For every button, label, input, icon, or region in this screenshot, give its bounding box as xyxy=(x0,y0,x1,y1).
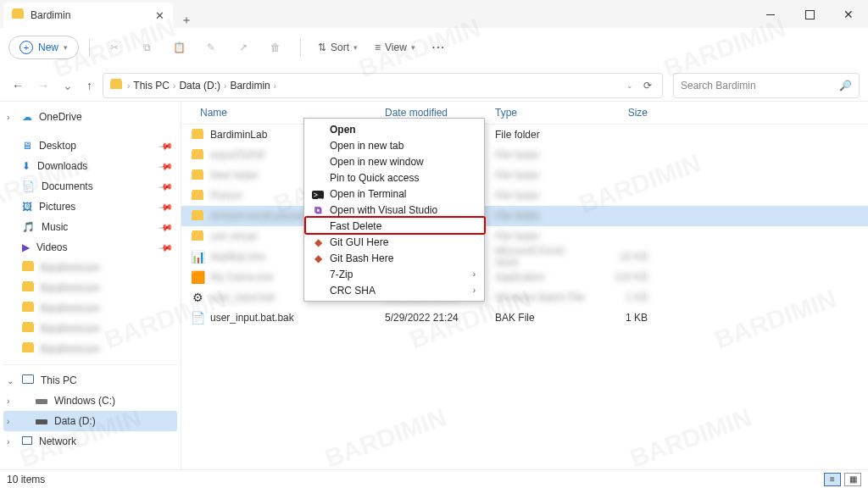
sidebar-label: Desktop xyxy=(39,140,76,152)
chevron-right-icon[interactable]: › xyxy=(7,396,9,406)
chevron-right-icon[interactable]: › xyxy=(7,417,9,426)
file-row[interactable]: 🟧My Game.exeApplication116 KB xyxy=(181,267,868,287)
file-row[interactable]: New folderFile folder xyxy=(181,165,868,186)
file-size: 1 KB xyxy=(588,291,648,303)
music-icon: 🎵 xyxy=(22,221,35,233)
file-row[interactable]: exportToPdfFile folder xyxy=(181,145,868,165)
share-icon[interactable]: ↗ xyxy=(229,35,258,60)
sidebar-item-blurred[interactable]: Bardimincom xyxy=(3,319,177,339)
search-input[interactable]: Search Bardimin 🔍 xyxy=(673,73,860,98)
col-name[interactable]: Name xyxy=(190,107,385,119)
sidebar-label: Downloads xyxy=(37,160,87,172)
sidebar-thispc[interactable]: ⌄ This PC xyxy=(3,370,177,391)
file-size: 10 KB xyxy=(588,251,648,263)
maximize-button[interactable] xyxy=(790,1,829,28)
status-text: 10 items xyxy=(7,474,45,485)
sidebar-item-desktop[interactable]: 🖥Desktop📌 xyxy=(3,136,177,156)
breadcrumb-thispc[interactable]: This PC xyxy=(133,80,170,92)
context-menu-item[interactable]: ◆Git Bash Here xyxy=(306,250,482,266)
context-menu-label: Open with Visual Studio xyxy=(330,204,437,216)
context-menu-item[interactable]: ⧉Open with Visual Studio xyxy=(306,202,482,218)
chevron-down-icon[interactable]: ⌄ xyxy=(7,376,14,385)
chevron-right-icon: › xyxy=(274,81,276,91)
chevron-right-icon[interactable]: › xyxy=(7,437,9,446)
recent-chevron-icon[interactable]: ⌄ xyxy=(63,79,73,92)
file-row[interactable]: ⚙user_input.bat5/29/2022 20:45Windows Ba… xyxy=(181,287,868,308)
file-row[interactable]: 📊duplikat.xlsxMicrosoft Excel Work10 KB xyxy=(181,247,868,267)
file-type: Windows Batch File xyxy=(495,291,588,303)
separator xyxy=(300,38,301,57)
minimize-button[interactable] xyxy=(751,1,790,28)
close-window-button[interactable]: ✕ xyxy=(829,1,868,28)
active-tab[interactable]: Bardimin ✕ xyxy=(3,3,173,28)
up-button[interactable]: ↑ xyxy=(86,79,92,92)
new-button[interactable]: + New ▾ xyxy=(8,36,79,59)
context-menu-item[interactable]: Open in new window xyxy=(306,153,482,169)
details-view-toggle[interactable]: ≡ xyxy=(824,473,841,486)
file-type: File folder xyxy=(495,129,588,141)
folder-icon xyxy=(22,343,34,355)
sidebar-onedrive[interactable]: › ☁ OneDrive xyxy=(3,107,177,127)
col-date[interactable]: Date modified xyxy=(385,107,495,119)
desktop-icon: 🖥 xyxy=(22,140,32,152)
file-icon xyxy=(190,148,205,162)
delete-icon[interactable]: 🗑 xyxy=(261,35,290,60)
col-type[interactable]: Type xyxy=(495,107,588,119)
refresh-icon[interactable]: ⟳ xyxy=(643,80,652,92)
file-row[interactable]: remove-excel-passwordFile folder xyxy=(181,206,868,226)
documents-icon: 📄 xyxy=(22,180,35,192)
rename-icon[interactable]: ✎ xyxy=(197,35,225,60)
breadcrumb[interactable]: › This PC › Data (D:) › Bardimin › ⌄ ⟳ xyxy=(103,73,663,98)
sidebar-label: Data (D:) xyxy=(54,415,96,427)
paste-icon[interactable]: 📋 xyxy=(164,35,193,60)
forward-button[interactable]: → xyxy=(37,79,49,92)
search-icon: 🔍 xyxy=(839,80,852,92)
chevron-right-icon: › xyxy=(127,81,130,91)
sidebar-item-downloads[interactable]: ⬇Downloads📌 xyxy=(3,156,177,176)
sidebar-item-blurred[interactable]: Bardimincom xyxy=(3,278,177,298)
sort-button[interactable]: ⇅ Sort ▾ xyxy=(311,38,364,57)
copy-icon[interactable]: ⧉ xyxy=(132,35,161,60)
breadcrumb-dropdown-icon[interactable]: ⌄ xyxy=(626,81,633,90)
sidebar-item-videos[interactable]: ▶Videos📌 xyxy=(3,237,177,258)
file-icon: ⚙ xyxy=(190,291,205,304)
breadcrumb-folder[interactable]: Bardimin xyxy=(230,80,270,92)
file-row[interactable]: usb virtualFile folder xyxy=(181,226,868,247)
sidebar-item-pictures[interactable]: 🖼Pictures📌 xyxy=(3,197,177,217)
sidebar-item-blurred[interactable]: Bardimincom xyxy=(3,298,177,319)
sidebar-drive[interactable]: ›Data (D:) xyxy=(3,411,177,431)
more-button[interactable]: ··· xyxy=(426,38,453,57)
file-row[interactable]: 📄user_input.bat.bak5/29/2022 21:24BAK Fi… xyxy=(181,308,868,328)
context-menu-item[interactable]: Pin to Quick access xyxy=(306,169,482,186)
context-menu-item[interactable]: 7-Zip› xyxy=(306,266,482,282)
col-size[interactable]: Size xyxy=(588,107,648,119)
context-menu-item[interactable]: >_Open in Terminal xyxy=(306,186,482,202)
context-menu-item[interactable]: Open in new tab xyxy=(306,137,482,153)
cut-icon[interactable]: ✂ xyxy=(100,35,129,60)
sidebar-label: Documents xyxy=(42,180,93,192)
sidebar-item-blurred[interactable]: Bardimincom xyxy=(3,258,177,278)
context-menu-item[interactable]: ◆Git GUI Here xyxy=(306,234,482,250)
new-tab-button[interactable]: ＋ xyxy=(173,13,200,28)
drive-icon xyxy=(36,395,47,407)
breadcrumb-drive[interactable]: Data (D:) xyxy=(179,80,220,92)
context-menu-item[interactable]: Open xyxy=(306,121,482,137)
sidebar-item-music[interactable]: 🎵Music📌 xyxy=(3,217,177,237)
sidebar-item-blurred[interactable]: Bardimincom xyxy=(3,339,177,359)
sidebar-network[interactable]: › Network xyxy=(3,431,177,452)
context-menu-item[interactable]: Fast Delete xyxy=(306,218,482,234)
chevron-right-icon[interactable]: › xyxy=(7,113,9,122)
icons-view-toggle[interactable]: ▦ xyxy=(844,473,861,486)
file-row[interactable]: PictureFile folder xyxy=(181,186,868,206)
view-button[interactable]: ≡ View ▾ xyxy=(368,38,422,57)
tab-close-icon[interactable]: ✕ xyxy=(155,9,164,22)
file-type: File folder xyxy=(495,210,588,222)
terminal-icon: >_ xyxy=(311,188,325,200)
sidebar-item-documents[interactable]: 📄Documents📌 xyxy=(3,176,177,197)
pictures-icon: 🖼 xyxy=(22,201,32,213)
file-row[interactable]: BardiminLabFile folder xyxy=(181,125,868,145)
column-headers[interactable]: Name Date modified Type Size xyxy=(181,102,868,125)
sidebar-drive[interactable]: ›Windows (C:) xyxy=(3,391,177,411)
back-button[interactable]: ← xyxy=(12,79,24,92)
context-menu-item[interactable]: CRC SHA› xyxy=(306,282,482,298)
